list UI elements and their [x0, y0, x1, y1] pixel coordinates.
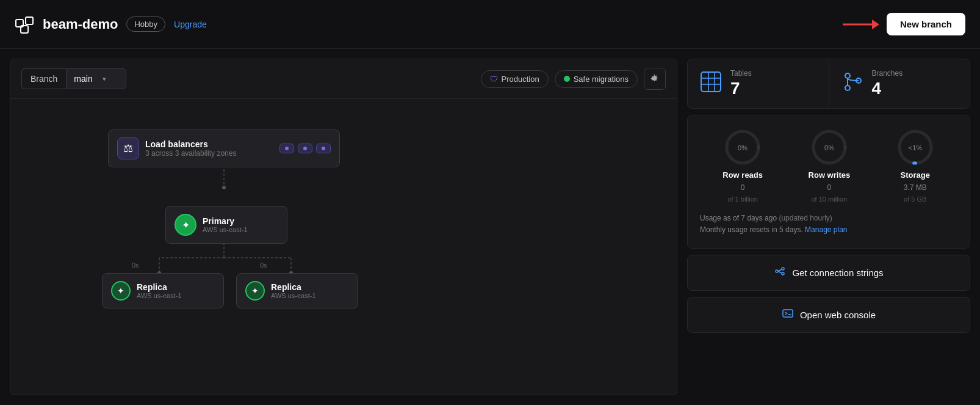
row-writes-circle: 0% [810, 128, 849, 167]
console-icon [782, 307, 794, 323]
branches-label: Branches [872, 69, 903, 78]
svg-rect-16 [701, 72, 721, 92]
arrow-indicator-icon [843, 17, 879, 32]
safe-migrations-badge: Safe migrations [555, 70, 638, 88]
svg-point-35 [782, 272, 784, 275]
branches-info: Branches 4 [872, 69, 903, 98]
row-reads-gauge: 0% Row reads 0 of 1 billion [722, 128, 763, 203]
tables-label: Tables [730, 69, 752, 78]
chevron-down-icon: ▾ [103, 75, 106, 83]
lb-badge-dot-1 [285, 147, 289, 150]
svg-point-34 [782, 268, 784, 270]
svg-point-33 [776, 270, 778, 272]
replica-right-info: Replica AWS us-east-1 [271, 282, 316, 299]
stats-row: Tables 7 Bran [688, 59, 970, 108]
row-reads-value: 0 [741, 183, 745, 192]
safe-migrations-label: Safe migrations [574, 75, 629, 84]
usage-text: Usage as of 7 days ago [700, 214, 777, 222]
svg-marker-4 [872, 20, 879, 29]
replica-left-icon: ✦ [111, 281, 131, 301]
production-label: Production [502, 75, 539, 84]
svg-rect-38 [783, 310, 793, 317]
replica-left-title: Replica [137, 282, 182, 292]
tables-info: Tables 7 [730, 69, 752, 98]
new-branch-button[interactable]: New branch [887, 13, 965, 35]
replica-right-icon: ✦ [245, 281, 265, 301]
storage-value: 3.7 MB [904, 183, 927, 192]
settings-button[interactable] [644, 68, 666, 90]
replica-right-title: Replica [271, 282, 316, 292]
tables-value: 7 [730, 79, 752, 98]
connection-strings-button[interactable]: Get connection strings [687, 255, 970, 291]
usage-updated: (updated hourly) [779, 214, 832, 222]
lb-subtitle: 3 across 3 availability zones [145, 149, 273, 158]
connection-strings-label: Get connection strings [792, 268, 883, 278]
row-writes-label: Row writes [809, 170, 851, 180]
lb-info: Load balancers 3 across 3 availability z… [145, 139, 273, 158]
header-left: beam-demo Hobby Upgrade [15, 15, 207, 34]
storage-label: Storage [901, 170, 930, 180]
svg-line-36 [778, 269, 782, 271]
gauges-row: 0% Row reads 0 of 1 billion 0% Row write… [700, 128, 957, 203]
lb-badge-dot-2 [303, 147, 307, 150]
row-reads-pct-text: 0% [738, 144, 748, 151]
primary-node[interactable]: ✦ Primary AWS us-east-1 [165, 206, 287, 244]
svg-line-37 [778, 271, 782, 273]
row-writes-gauge: 0% Row writes 0 of 10 million [809, 128, 851, 203]
lb-icon: ⚖ [117, 137, 139, 159]
web-console-button[interactable]: Open web console [687, 297, 970, 333]
manage-plan-link[interactable]: Manage plan [805, 225, 847, 234]
plan-badge: Hobby [126, 16, 165, 32]
replica-left-subtitle: AWS us-east-1 [137, 292, 182, 299]
lb-badge-2[interactable] [298, 144, 312, 153]
logo-icon [15, 15, 34, 34]
left-panel: Branch main ▾ 🛡 Production Safe migratio… [10, 59, 677, 395]
usage-resets: Monthly usage resets in 5 days. [700, 225, 803, 234]
branch-label: Branch [21, 68, 66, 89]
row-reads-limit: of 1 billion [727, 195, 758, 203]
timing-right-label: 0s [258, 260, 270, 270]
lb-badges [279, 144, 331, 153]
gear-icon [650, 74, 660, 84]
branches-stat: Branches 4 [829, 59, 970, 108]
load-balancers-node: ⚖ Load balancers 3 across 3 availability… [108, 130, 340, 167]
svg-text:0%: 0% [824, 144, 834, 151]
toolbar-left: Branch main ▾ [21, 68, 126, 89]
right-panel: Tables 7 Bran [687, 49, 980, 405]
production-badge: 🛡 Production [481, 70, 549, 88]
replica-right-node[interactable]: ✦ Replica AWS us-east-1 [236, 273, 358, 308]
primary-subtitle: AWS us-east-1 [203, 226, 248, 233]
tables-stat: Tables 7 [688, 59, 829, 108]
branches-value: 4 [872, 79, 903, 98]
svg-point-6 [222, 186, 226, 189]
check-icon [564, 76, 570, 82]
tables-icon [700, 71, 722, 97]
timing-left-label: 0s [129, 260, 142, 270]
stats-card: Tables 7 Bran [687, 59, 970, 109]
toolbar: Branch main ▾ 🛡 Production Safe migratio… [10, 59, 677, 99]
app-name: beam-demo [43, 16, 118, 32]
row-writes-limit: of 10 million [812, 195, 848, 203]
row-writes-value: 0 [827, 183, 832, 192]
diagram-area: ⚖ Load balancers 3 across 3 availability… [10, 99, 677, 395]
lb-badge-1[interactable] [279, 144, 294, 153]
branch-select[interactable]: main ▾ [66, 68, 126, 89]
row-reads-label: Row reads [722, 170, 763, 180]
branch-selected-value: main [74, 74, 92, 84]
replica-left-node[interactable]: ✦ Replica AWS us-east-1 [102, 273, 224, 308]
replica-left-info: Replica AWS us-east-1 [137, 282, 182, 299]
lb-badge-3[interactable] [316, 144, 331, 153]
row-reads-circle: 0% [723, 128, 762, 167]
storage-limit: of 5 GB [904, 195, 926, 203]
header-right: New branch [843, 13, 965, 35]
primary-icon: ✦ [175, 214, 196, 236]
replica-right-subtitle: AWS us-east-1 [271, 292, 316, 299]
gauges-card: 0% Row reads 0 of 1 billion 0% Row write… [687, 115, 970, 249]
lb-badge-dot-3 [322, 147, 325, 150]
connection-icon [774, 265, 786, 280]
upgrade-link[interactable]: Upgrade [174, 20, 207, 29]
svg-point-21 [845, 73, 850, 78]
primary-title: Primary [203, 216, 248, 226]
web-console-label: Open web console [800, 310, 876, 320]
primary-info: Primary AWS us-east-1 [203, 216, 248, 233]
